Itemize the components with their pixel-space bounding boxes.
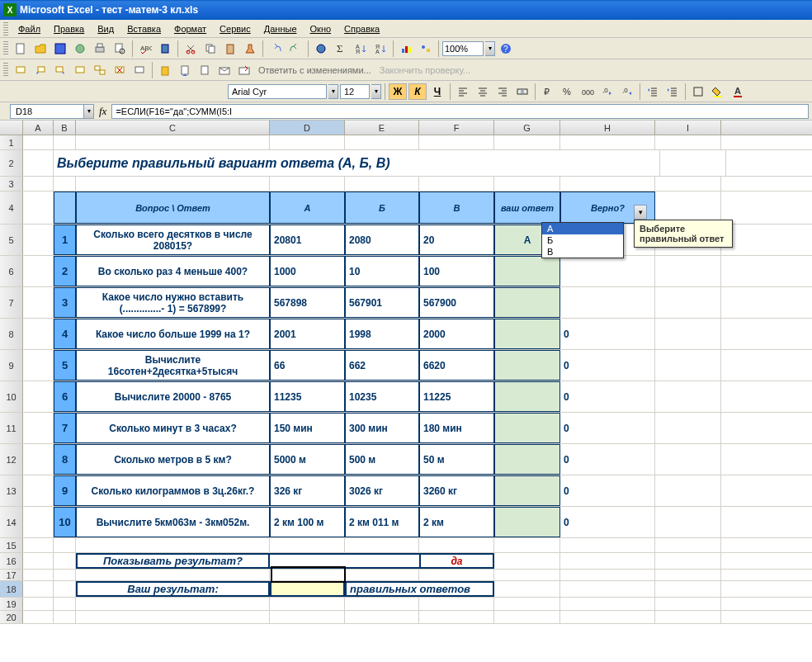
hyperlink-icon[interactable]	[312, 40, 330, 58]
cell[interactable]	[54, 553, 76, 569]
cell[interactable]	[23, 319, 54, 349]
cell[interactable]	[54, 598, 76, 610]
row-header[interactable]: 15	[0, 538, 23, 552]
row-header[interactable]: 20	[0, 611, 23, 623]
row-header[interactable]: 12	[0, 444, 23, 475]
size-field[interactable]: 12	[340, 84, 370, 99]
your-result-label[interactable]: Ваш результат:	[76, 581, 270, 597]
answer-c[interactable]: 567900	[419, 287, 494, 318]
cell[interactable]	[560, 570, 655, 580]
cell[interactable]	[23, 192, 54, 224]
question-text[interactable]: Сколько метров в 5 км?	[76, 444, 270, 475]
cell[interactable]	[655, 611, 721, 623]
show-comment-icon[interactable]	[71, 61, 89, 79]
cell[interactable]	[23, 507, 54, 537]
dropdown-option[interactable]: Б	[542, 234, 623, 246]
currency-icon[interactable]: ₽	[539, 83, 557, 101]
align-left-icon[interactable]	[454, 83, 472, 101]
cell[interactable]	[23, 475, 54, 506]
question-text[interactable]: Вычислите 16сотен+2десятка+5тысяч	[76, 350, 270, 381]
cell[interactable]	[54, 135, 76, 149]
row-header[interactable]: 18	[0, 581, 23, 597]
sort-desc-icon[interactable]: ЯА	[371, 40, 389, 58]
cell[interactable]	[655, 177, 721, 191]
cell[interactable]	[419, 570, 494, 580]
comment-icon[interactable]	[12, 61, 30, 79]
question-text[interactable]: Какое число нужно вставить (............…	[76, 287, 270, 318]
col-header[interactable]: I	[655, 121, 721, 135]
cell[interactable]	[345, 570, 419, 580]
cell[interactable]	[270, 177, 345, 191]
cell[interactable]	[54, 538, 76, 552]
your-answer[interactable]	[494, 475, 560, 506]
cell[interactable]	[655, 287, 721, 318]
answer-c[interactable]: 2 км	[419, 507, 494, 537]
comma-icon[interactable]: 000	[578, 83, 597, 101]
answer-a[interactable]: 11235	[270, 381, 345, 412]
row-header[interactable]: 1	[0, 135, 23, 149]
your-answer[interactable]	[494, 507, 560, 537]
cell[interactable]	[655, 538, 721, 552]
answer-a[interactable]: 66	[270, 350, 345, 381]
cell[interactable]	[23, 570, 54, 580]
zoom-dropdown-icon[interactable]: ▾	[485, 41, 495, 56]
cell[interactable]	[54, 581, 76, 597]
show-result-label[interactable]: Показывать результат?	[76, 553, 270, 569]
share-icon[interactable]	[176, 61, 194, 79]
underline-button[interactable]: Ч	[428, 83, 446, 100]
spellcheck-icon[interactable]: ABC	[136, 40, 154, 58]
cell[interactable]	[270, 598, 345, 610]
correct-flag[interactable]	[560, 287, 655, 318]
cell[interactable]	[345, 611, 419, 623]
question-number[interactable]: 4	[54, 319, 76, 349]
menu-format[interactable]: Формат	[168, 22, 213, 35]
your-answer[interactable]	[494, 256, 560, 286]
cell[interactable]	[23, 581, 54, 597]
row-header[interactable]: 11	[0, 413, 23, 443]
cell[interactable]	[655, 319, 721, 349]
cell[interactable]	[23, 135, 54, 149]
row-header[interactable]: 7	[0, 287, 23, 318]
correct-flag[interactable]: 0	[560, 475, 655, 506]
cell[interactable]	[419, 611, 494, 623]
cell[interactable]	[560, 611, 655, 623]
cell[interactable]	[494, 598, 560, 610]
increase-indent-icon[interactable]	[663, 83, 682, 101]
answer-c[interactable]: 100	[419, 256, 494, 286]
italic-button[interactable]: К	[408, 83, 427, 100]
answer-b[interactable]: 500 м	[345, 444, 419, 475]
sort-asc-icon[interactable]: АЯ	[352, 40, 370, 58]
undo-icon[interactable]	[267, 40, 285, 58]
protect-icon[interactable]	[156, 61, 174, 79]
show-result-value[interactable]: да	[419, 553, 494, 569]
your-answer[interactable]	[494, 444, 560, 475]
cell[interactable]	[655, 581, 721, 597]
print-icon[interactable]	[91, 40, 109, 58]
cell[interactable]: Б	[345, 192, 419, 224]
cell[interactable]	[419, 177, 494, 191]
question-number[interactable]: 10	[54, 507, 76, 537]
cell[interactable]	[655, 256, 721, 286]
size-dropdown-icon[interactable]: ▾	[371, 84, 381, 99]
cell[interactable]	[660, 150, 726, 176]
cell[interactable]: ваш ответ	[494, 192, 560, 224]
col-header[interactable]: F	[419, 121, 494, 135]
percent-icon[interactable]: %	[559, 83, 577, 101]
cell[interactable]	[23, 350, 54, 381]
reply-icon[interactable]	[235, 61, 253, 79]
cell[interactable]	[655, 570, 721, 580]
name-box[interactable]: D18	[10, 104, 84, 119]
cell[interactable]	[655, 444, 721, 475]
cell[interactable]	[76, 135, 270, 149]
cell[interactable]	[419, 135, 494, 149]
save-icon[interactable]	[51, 40, 69, 58]
answer-c[interactable]: 11225	[419, 381, 494, 412]
question-number[interactable]: 7	[54, 413, 76, 443]
col-header[interactable]: C	[76, 121, 270, 135]
cell[interactable]	[494, 553, 560, 569]
row-header[interactable]: 19	[0, 598, 23, 610]
cell[interactable]	[494, 538, 560, 552]
correct-flag[interactable]: 0	[560, 507, 655, 537]
answer-a[interactable]: 20801	[270, 225, 345, 255]
cell[interactable]	[23, 553, 54, 569]
